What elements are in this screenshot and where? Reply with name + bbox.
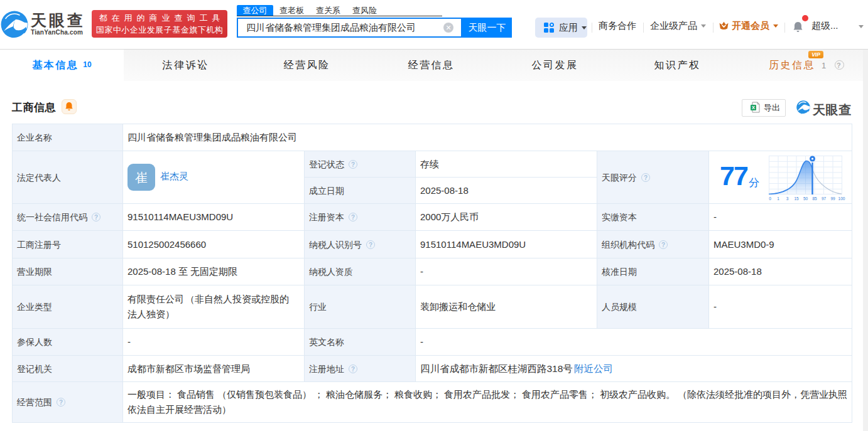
svg-text:3: 3: [786, 196, 789, 201]
svg-text:99: 99: [830, 196, 835, 201]
svg-text:85: 85: [812, 196, 817, 201]
svg-text:1: 1: [777, 196, 779, 201]
svg-text:100: 100: [838, 196, 845, 201]
svg-text:97: 97: [822, 196, 827, 201]
svg-text:X: X: [752, 105, 755, 110]
svg-text:0: 0: [769, 196, 771, 201]
svg-text:50: 50: [803, 196, 808, 201]
svg-text:15: 15: [794, 196, 799, 201]
